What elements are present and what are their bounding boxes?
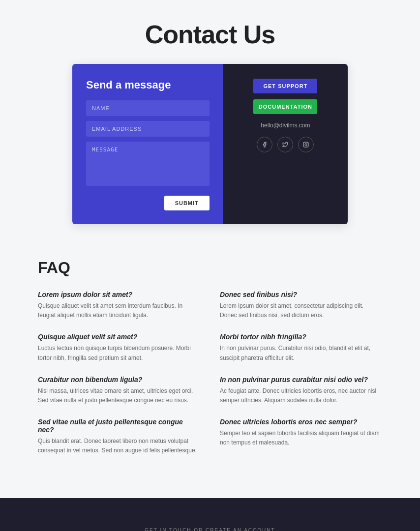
faq-title: FAQ bbox=[38, 259, 382, 277]
contact-email: hello@divilms.com bbox=[261, 122, 310, 129]
faq-item: Sed vitae nulla et justo pellentesque co… bbox=[38, 418, 200, 455]
social-icons bbox=[257, 137, 314, 152]
faq-answer: Luctus lectus non quisque turpis bibendu… bbox=[38, 344, 200, 362]
faq-item: Quisque aliquet velit sit amet? Luctus l… bbox=[38, 333, 200, 362]
facebook-icon[interactable] bbox=[257, 137, 272, 152]
contact-info-panel: GET SUPPORT DOCUMENTATION hello@divilms.… bbox=[223, 64, 348, 224]
submit-button[interactable]: SUBMIT bbox=[164, 196, 210, 210]
faq-item: Curabitur non bibendum ligula? Nisl mass… bbox=[38, 376, 200, 405]
email-input[interactable] bbox=[86, 121, 210, 137]
name-input[interactable] bbox=[86, 100, 210, 116]
form-title: Send a message bbox=[86, 79, 210, 91]
page-title-section: Contact Us bbox=[0, 0, 420, 64]
faq-question: In non pulvinar purus curabitur nisi odi… bbox=[220, 376, 382, 384]
faq-section: FAQ Lorem ipsum dolor sit amet? Quisque … bbox=[23, 249, 397, 498]
contact-form-panel: Send a message SUBMIT bbox=[72, 64, 223, 224]
faq-question: Donec ultricies lobortis eros nec semper… bbox=[220, 418, 382, 426]
faq-answer: Nisl massa, ultrices vitae ornare sit am… bbox=[38, 386, 200, 405]
svg-rect-0 bbox=[303, 142, 308, 147]
faq-question: Quisque aliquet velit sit amet? bbox=[38, 333, 200, 341]
faq-item: Lorem ipsum dolor sit amet? Quisque aliq… bbox=[38, 291, 200, 320]
faq-question: Curabitur non bibendum ligula? bbox=[38, 376, 200, 384]
twitter-icon[interactable] bbox=[277, 137, 293, 152]
faq-answer: Quis blandit erat. Donec laoreet libero … bbox=[38, 437, 200, 455]
faq-answer: Semper leo et sapien lobortis facilisis … bbox=[220, 429, 382, 447]
faq-question: Donec sed finibus nisi? bbox=[220, 291, 382, 298]
faq-question: Sed vitae nulla et justo pellentesque co… bbox=[38, 418, 200, 434]
cta-section: GET IN TOUCH OR CREATE AN ACCOUNT Ready … bbox=[0, 498, 420, 531]
faq-answer: In non pulvinar purus. Curabitur nisi od… bbox=[220, 344, 382, 362]
faq-grid: Lorem ipsum dolor sit amet? Quisque aliq… bbox=[38, 291, 382, 469]
faq-item: Donec sed finibus nisi? Lorem ipsum dolo… bbox=[220, 291, 382, 320]
faq-item: Donec ultricies lobortis eros nec semper… bbox=[220, 418, 382, 455]
message-input[interactable] bbox=[86, 142, 210, 186]
faq-question: Lorem ipsum dolor sit amet? bbox=[38, 291, 200, 298]
instagram-icon[interactable] bbox=[298, 137, 314, 152]
page-title: Contact Us bbox=[10, 20, 410, 49]
cta-eyebrow: GET IN TOUCH OR CREATE AN ACCOUNT bbox=[10, 528, 410, 531]
faq-item: Morbi tortor nibh fringilla? In non pulv… bbox=[220, 333, 382, 362]
faq-answer: Ac feugiat ante. Donec ultricies loborti… bbox=[220, 386, 382, 405]
get-support-button[interactable]: GET SUPPORT bbox=[253, 79, 317, 93]
contact-card: Send a message SUBMIT GET SUPPORT DOCUME… bbox=[72, 64, 348, 224]
faq-answer: Lorem ipsum dolor sit amet, consectetur … bbox=[220, 301, 382, 320]
documentation-button[interactable]: DOCUMENTATION bbox=[253, 99, 317, 114]
faq-item: In non pulvinar purus curabitur nisi odi… bbox=[220, 376, 382, 405]
faq-answer: Quisque aliquet velit sit amet sem inter… bbox=[38, 301, 200, 320]
faq-question: Morbi tortor nibh fringilla? bbox=[220, 333, 382, 341]
